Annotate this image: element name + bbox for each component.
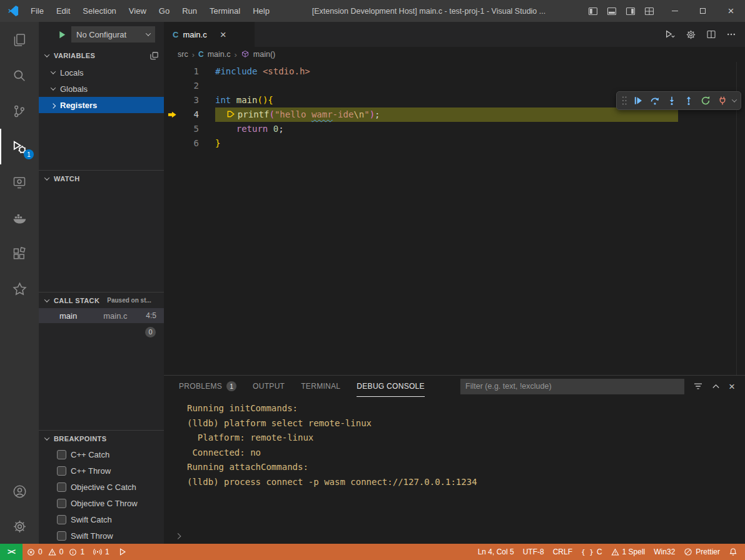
maximize-button[interactable] [689, 0, 717, 22]
step-over-button[interactable] [646, 92, 663, 109]
breakpoint-checkbox[interactable] [57, 499, 66, 508]
breakpoint-checkbox[interactable] [57, 482, 66, 492]
watch-section-header[interactable]: WATCH [39, 170, 164, 186]
breakpoint-item[interactable]: Swift Throw [39, 528, 164, 544]
activity-source-control[interactable] [0, 93, 39, 129]
panel-tab-problems[interactable]: PROBLEMS1 [179, 376, 236, 397]
breakpoint-checkbox[interactable] [57, 515, 66, 524]
activity-bar-top: 1 [0, 22, 39, 307]
activity-favorites[interactable] [0, 271, 39, 307]
problems-status[interactable]: 0 0 1 [23, 544, 89, 560]
panel-tab-terminal[interactable]: TERMINAL [301, 376, 340, 397]
menu-go[interactable]: Go [153, 0, 176, 22]
call-stack-frame[interactable]: main main.c 4:5 [39, 308, 164, 323]
menu-help[interactable]: Help [246, 0, 276, 22]
breadcrumb-folder[interactable]: src [178, 50, 188, 59]
run-menu-icon[interactable] [665, 29, 676, 40]
activity-extensions[interactable] [0, 236, 39, 271]
activity-search[interactable] [0, 58, 39, 93]
menu-selection[interactable]: Selection [76, 0, 122, 22]
gear-icon[interactable] [686, 29, 696, 40]
inline-breakpoint-icon[interactable] [226, 109, 236, 119]
platform-indicator[interactable]: Win32 [649, 544, 679, 560]
code-line-6[interactable]: 6} [164, 136, 745, 151]
breakpoint-item[interactable]: Objective C Throw [39, 495, 164, 511]
breakpoint-checkbox[interactable] [57, 466, 66, 476]
breakpoint-checkbox[interactable] [57, 450, 66, 459]
variables-section-header[interactable]: VARIABLES [39, 47, 164, 64]
split-editor-icon[interactable] [706, 29, 716, 39]
toggle-panel-icon[interactable] [607, 6, 617, 16]
activity-settings[interactable] [0, 509, 39, 544]
menu-edit[interactable]: Edit [50, 0, 76, 22]
breakpoint-item[interactable]: Swift Catch [39, 511, 164, 528]
console-prompt-icon[interactable] [176, 530, 180, 539]
variables-item-locals[interactable]: Locals [39, 64, 164, 81]
notifications-bell[interactable] [724, 544, 745, 560]
customize-layout-icon[interactable] [644, 6, 654, 16]
filter-lines-icon[interactable] [693, 381, 703, 391]
breakpoints-header-label: BREAKPOINTS [54, 435, 106, 442]
variables-item-globals[interactable]: Globals [39, 81, 164, 97]
maximize-panel-icon[interactable] [711, 382, 721, 391]
activity-remote-explorer[interactable] [0, 164, 39, 200]
debug-status[interactable] [114, 544, 131, 560]
copy-icon[interactable] [150, 51, 159, 61]
breadcrumb-symbol[interactable]: main() [253, 50, 275, 59]
variables-item-registers[interactable]: Registers [39, 97, 164, 113]
breakpoint-item[interactable]: Objective C Catch [39, 479, 164, 495]
breakpoint-label: Swift Catch [71, 515, 112, 524]
breadcrumb[interactable]: src › C main.c › main() [164, 47, 745, 62]
code-line-5[interactable]: 5 return 0; [164, 122, 745, 136]
breakpoint-item[interactable]: C++ Throw [39, 462, 164, 479]
code-editor[interactable]: 1#include <stdio.h>23int main(){4 printf… [164, 62, 745, 375]
close-tab-icon[interactable]: × [220, 29, 226, 40]
chevron-down-icon[interactable] [731, 99, 738, 102]
activity-run-and-debug[interactable]: 1 [0, 129, 39, 164]
panel-tab-output[interactable]: OUTPUT [253, 376, 285, 397]
language-mode[interactable]: { } C [577, 544, 607, 560]
call-stack-section-header[interactable]: CALL STACK Paused on st... [39, 292, 164, 308]
more-actions-icon[interactable] [726, 29, 736, 39]
activity-docker[interactable] [0, 200, 39, 236]
breakpoint-checkbox[interactable] [57, 531, 66, 541]
debug-config-dropdown[interactable]: No Configurat [71, 26, 155, 42]
eol-indicator[interactable]: CRLF [549, 544, 577, 560]
code-line-1[interactable]: 1#include <stdio.h> [164, 64, 745, 79]
menu-run[interactable]: Run [176, 0, 203, 22]
continue-button[interactable] [629, 92, 646, 109]
breakpoint-item[interactable]: C++ Catch [39, 446, 164, 462]
debug-console-output[interactable]: Running initCommands:(lldb) platform sel… [164, 397, 745, 544]
restart-button[interactable] [697, 92, 714, 109]
console-filter-input[interactable] [460, 379, 684, 394]
toolbar-drag-handle-icon[interactable] [619, 92, 629, 109]
spell-checker-status[interactable]: 1 Spell [607, 544, 650, 560]
cursor-position[interactable]: Ln 4, Col 5 [474, 544, 519, 560]
tab-main-c[interactable]: C main.c × [164, 22, 255, 47]
menu-file[interactable]: File [24, 0, 50, 22]
minimize-button[interactable] [661, 0, 689, 22]
glyph-margin [164, 79, 180, 93]
line-number: 5 [180, 122, 199, 136]
step-into-button[interactable] [663, 92, 680, 109]
breakpoints-section-header[interactable]: BREAKPOINTS [39, 430, 164, 446]
breadcrumb-file[interactable]: main.c [208, 50, 231, 59]
remote-indicator[interactable]: >< [0, 544, 23, 560]
close-panel-icon[interactable]: × [729, 381, 735, 392]
menu-terminal[interactable]: Terminal [203, 0, 246, 22]
menu-view[interactable]: View [123, 0, 153, 22]
disconnect-button[interactable] [714, 92, 731, 109]
ports-status[interactable]: 1 [89, 544, 114, 560]
activity-explorer[interactable] [0, 22, 39, 58]
panel-tab-label: TERMINAL [301, 382, 340, 391]
toggle-secondary-sidebar-icon[interactable] [626, 6, 636, 16]
encoding-indicator[interactable]: UTF-8 [519, 544, 549, 560]
toggle-sidebar-icon[interactable] [588, 6, 598, 16]
panel-tab-debug-console[interactable]: DEBUG CONSOLE [357, 376, 425, 397]
start-debugging-icon[interactable] [58, 30, 67, 39]
step-out-button[interactable] [680, 92, 697, 109]
formatter-status[interactable]: Prettier [679, 544, 724, 560]
line-number: 4 [180, 108, 199, 122]
activity-accounts[interactable] [0, 474, 39, 509]
close-window-button[interactable]: × [717, 0, 745, 22]
